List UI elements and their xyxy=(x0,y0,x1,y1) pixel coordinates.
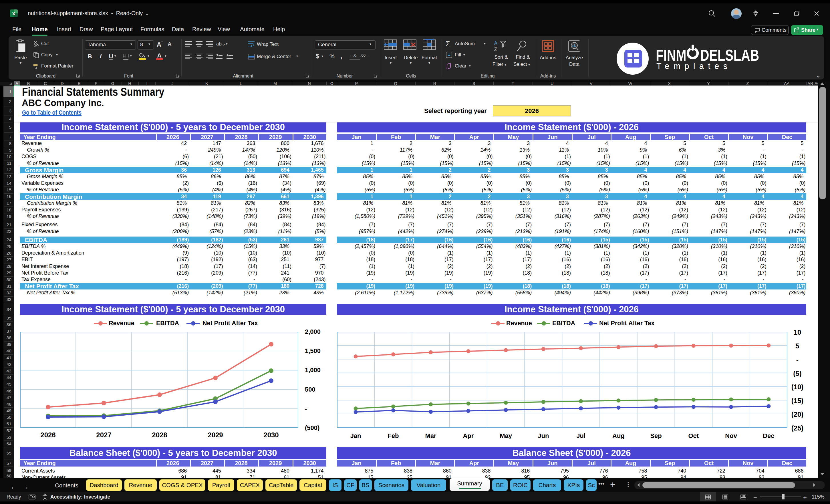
svg-text:Z: Z xyxy=(494,47,497,52)
svg-text:A: A xyxy=(494,41,498,45)
